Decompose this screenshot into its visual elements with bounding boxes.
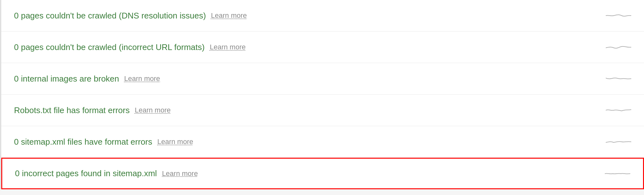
list-item-robots-txt: Robots.txt file has format errorsLearn m…: [1, 95, 644, 126]
learn-more-link-robots-txt[interactable]: Learn more: [135, 106, 171, 114]
item-text-broken-images: 0 internal images are broken: [14, 74, 119, 84]
item-text-robots-txt: Robots.txt file has format errors: [14, 105, 130, 115]
list-item-sitemap-pages: 0 incorrect pages found in sitemap.xmlLe…: [1, 158, 644, 189]
learn-more-link-sitemap-pages[interactable]: Learn more: [162, 170, 198, 178]
learn-more-link-incorrect-url[interactable]: Learn more: [210, 43, 246, 51]
sparkline-dns-resolution: [606, 9, 631, 22]
list-item-broken-images: 0 internal images are brokenLearn more: [1, 63, 644, 95]
sparkline-broken-images: [606, 72, 631, 85]
item-left-dns-resolution: 0 pages couldn't be crawled (DNS resolut…: [14, 11, 247, 21]
sparkline-sitemap-pages: [605, 167, 630, 180]
item-left-sitemap-format: 0 sitemap.xml files have format errorsLe…: [14, 137, 193, 147]
sparkline-incorrect-url: [606, 41, 631, 54]
learn-more-link-dns-resolution[interactable]: Learn more: [211, 11, 247, 20]
learn-more-link-broken-images[interactable]: Learn more: [124, 75, 160, 83]
item-text-dns-resolution: 0 pages couldn't be crawled (DNS resolut…: [14, 11, 206, 21]
item-text-sitemap-pages: 0 incorrect pages found in sitemap.xml: [15, 169, 157, 178]
list-item-sitemap-format: 0 sitemap.xml files have format errorsLe…: [1, 126, 644, 158]
item-left-robots-txt: Robots.txt file has format errorsLearn m…: [14, 105, 171, 115]
learn-more-link-sitemap-format[interactable]: Learn more: [157, 138, 193, 146]
item-left-incorrect-url: 0 pages couldn't be crawled (incorrect U…: [14, 42, 245, 52]
item-text-incorrect-url: 0 pages couldn't be crawled (incorrect U…: [14, 42, 205, 52]
sparkline-robots-txt: [606, 104, 631, 117]
item-text-sitemap-format: 0 sitemap.xml files have format errors: [14, 137, 152, 147]
list-item-dns-resolution: 0 pages couldn't be crawled (DNS resolut…: [1, 0, 644, 32]
issues-list: 0 pages couldn't be crawled (DNS resolut…: [0, 0, 644, 189]
item-left-broken-images: 0 internal images are brokenLearn more: [14, 74, 160, 84]
sparkline-sitemap-format: [606, 135, 631, 148]
list-item-incorrect-url: 0 pages couldn't be crawled (incorrect U…: [1, 32, 644, 63]
item-left-sitemap-pages: 0 incorrect pages found in sitemap.xmlLe…: [15, 169, 198, 178]
